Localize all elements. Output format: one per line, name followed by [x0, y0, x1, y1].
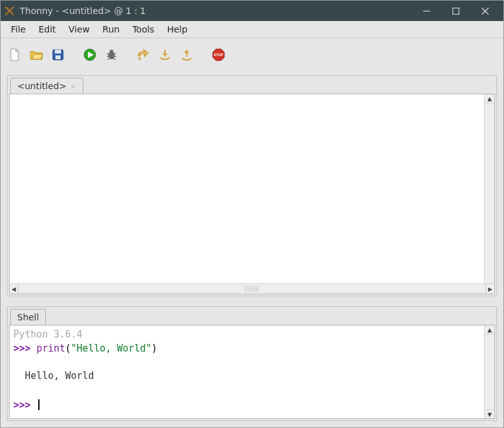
shell-tab[interactable]: Shell	[10, 309, 46, 325]
step-out-button[interactable]	[178, 46, 196, 64]
svg-rect-7	[55, 50, 61, 54]
svg-rect-3	[452, 8, 459, 14]
scroll-down-icon: ▼	[487, 411, 492, 418]
stop-button[interactable]: STOP	[210, 46, 227, 64]
minimize-button[interactable]	[412, 1, 441, 21]
menu-run[interactable]: Run	[96, 22, 126, 37]
scroll-grip-icon	[245, 286, 260, 292]
menu-tools[interactable]: Tools	[126, 22, 161, 37]
close-button[interactable]	[470, 1, 500, 21]
shell-cmd-open: (	[65, 343, 71, 354]
editor-textarea[interactable]	[10, 94, 484, 283]
editor-content-wrap: ▲ ▼ ◀ ▶	[9, 94, 495, 294]
shell-vertical-scrollbar[interactable]: ▲ ▼	[484, 325, 494, 418]
svg-line-17	[108, 58, 110, 60]
shell-version-line: Python 3.6.4	[13, 329, 82, 340]
editor-vertical-scrollbar[interactable]: ▲ ▼	[484, 94, 494, 294]
shell-textarea[interactable]: Python 3.6.4 >>> print("Hello, World") H…	[10, 325, 484, 418]
scroll-left-icon: ◀	[11, 286, 16, 292]
close-icon[interactable]: ×	[70, 82, 76, 90]
svg-line-14	[114, 54, 116, 54]
scroll-right-icon: ▶	[488, 286, 493, 292]
shell-cmd-close: )	[152, 343, 157, 354]
shell-cmd-str: "Hello, World"	[71, 343, 151, 354]
svg-rect-8	[55, 55, 61, 59]
maximize-button[interactable]	[441, 1, 470, 21]
menu-view[interactable]: View	[62, 22, 96, 37]
editor-horizontal-scrollbar[interactable]: ◀ ▶	[10, 283, 494, 294]
shell-prompt-2: >>>	[13, 399, 36, 411]
scroll-up-icon: ▲	[487, 96, 492, 102]
step-into-button[interactable]	[156, 46, 174, 64]
editor-tab[interactable]: <untitled> ×	[10, 78, 83, 94]
toolbar: STOP	[1, 38, 503, 71]
debug-button[interactable]	[103, 46, 120, 64]
svg-line-13	[107, 54, 109, 54]
step-over-button[interactable]	[134, 46, 152, 64]
text-cursor	[38, 399, 40, 410]
app-icon	[4, 6, 15, 16]
shell-cmd-func: print	[36, 343, 65, 354]
window-title: Thonny - <untitled> @ 1 : 1	[20, 6, 146, 16]
svg-text:STOP: STOP	[214, 53, 224, 57]
shell-prompt: >>>	[13, 343, 36, 354]
svg-line-18	[113, 58, 115, 60]
shell-content-wrap: Python 3.6.4 >>> print("Hello, World") H…	[9, 325, 495, 419]
titlebar: Thonny - <untitled> @ 1 : 1	[1, 1, 503, 21]
new-file-button[interactable]	[6, 46, 24, 64]
menubar: File Edit View Run Tools Help	[1, 21, 503, 38]
svg-point-12	[110, 50, 113, 54]
menu-file[interactable]: File	[4, 22, 32, 37]
run-button[interactable]	[81, 46, 99, 64]
svg-point-19	[138, 57, 141, 60]
editor-tab-label: <untitled>	[17, 81, 66, 91]
scroll-up-icon: ▲	[487, 327, 492, 333]
menu-edit[interactable]: Edit	[32, 22, 62, 37]
svg-line-15	[107, 56, 109, 57]
shell-tab-label: Shell	[17, 312, 39, 322]
editor-pane: <untitled> × ▲ ▼ ◀ ▶	[7, 75, 497, 296]
save-button[interactable]	[49, 46, 67, 64]
open-file-button[interactable]	[27, 46, 45, 64]
editor-tabstrip: <untitled> ×	[8, 76, 496, 94]
menu-help[interactable]: Help	[161, 22, 194, 37]
shell-pane: Shell Python 3.6.4 >>> print("Hello, Wor…	[7, 306, 497, 421]
shell-output: Hello, World	[13, 370, 94, 382]
shell-tabstrip: Shell	[8, 307, 496, 325]
svg-line-16	[114, 56, 116, 57]
